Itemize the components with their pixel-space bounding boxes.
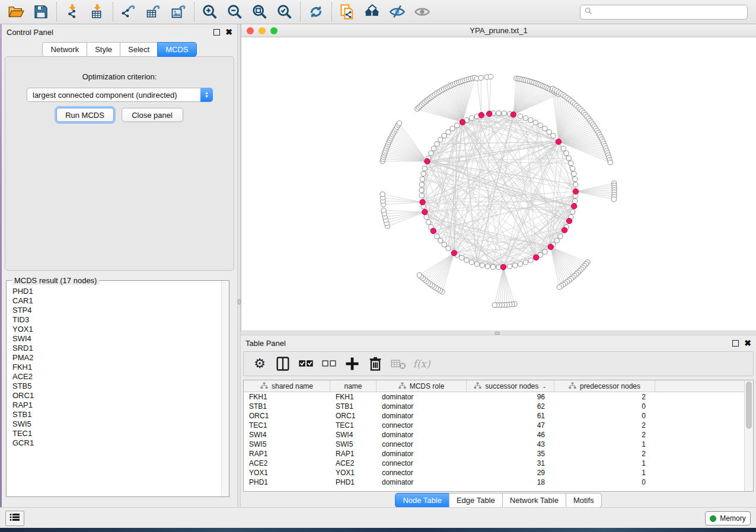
open-file-icon[interactable] — [4, 2, 28, 22]
mcds-hub-node[interactable] — [422, 209, 428, 214]
network-node[interactable] — [569, 161, 573, 166]
network-node[interactable] — [518, 262, 523, 267]
column-header-MCDS-role[interactable]: MCDS role — [377, 380, 467, 392]
mcds-hub-node[interactable] — [511, 112, 516, 117]
zoom-selected-icon[interactable] — [272, 2, 297, 22]
network-node[interactable] — [543, 126, 547, 131]
mcds-result-item[interactable]: TID3 — [12, 315, 219, 325]
mcds-result-item[interactable]: FKH1 — [12, 363, 219, 372]
result-scrollbar[interactable] — [221, 281, 229, 496]
run-mcds-button[interactable]: Run MCDS — [56, 108, 114, 122]
network-node[interactable] — [558, 234, 563, 239]
network-node[interactable] — [442, 242, 446, 247]
network-node[interactable] — [397, 121, 401, 126]
tab-select[interactable]: Select — [120, 42, 158, 57]
network-node[interactable] — [489, 74, 493, 79]
network-node[interactable] — [424, 214, 429, 219]
mcds-hub-node[interactable] — [556, 139, 561, 145]
mcds-hub-node[interactable] — [548, 244, 553, 249]
mcds-result-item[interactable]: PHD1 — [12, 287, 219, 296]
network-node[interactable] — [442, 133, 446, 138]
mcds-hub-node[interactable] — [572, 203, 577, 209]
zoom-fit-icon[interactable] — [247, 2, 272, 22]
network-node[interactable] — [554, 238, 559, 243]
table-row[interactable]: TEC1TEC1connector472 — [244, 421, 744, 430]
network-node[interactable] — [426, 220, 431, 225]
close-panel-button[interactable]: Close panel — [122, 108, 183, 122]
mcds-hub-node[interactable] — [487, 111, 492, 116]
network-node[interactable] — [464, 258, 469, 262]
mcds-result-item[interactable]: STP4 — [12, 306, 219, 315]
network-node[interactable] — [523, 260, 528, 265]
mcds-result-item[interactable]: STB5 — [12, 382, 219, 391]
mcds-result-item[interactable]: PMA2 — [12, 353, 219, 363]
network-node[interactable] — [446, 130, 451, 134]
mcds-hub-node[interactable] — [420, 200, 425, 205]
mcds-result-item[interactable]: ORC1 — [12, 391, 219, 400]
mcds-hub-node[interactable] — [534, 255, 539, 260]
network-node[interactable] — [543, 249, 547, 254]
network-node[interactable] — [438, 137, 443, 142]
show-columns-icon[interactable] — [274, 355, 292, 373]
delete-columns-icon[interactable] — [366, 355, 384, 373]
splitter-handle[interactable] — [495, 332, 500, 335]
optimization-criterion-select[interactable]: largest connected component (undirected)… — [27, 88, 213, 102]
mcds-hub-node[interactable] — [566, 218, 572, 223]
mcds-result-item[interactable]: YOX1 — [12, 325, 219, 334]
network-node[interactable] — [485, 264, 490, 269]
network-node[interactable] — [419, 188, 424, 193]
table-row[interactable]: SWI4SWI4dominator462 — [244, 430, 744, 440]
mcds-hub-node[interactable] — [573, 189, 578, 194]
network-node[interactable] — [523, 116, 528, 120]
export-image-icon[interactable] — [166, 2, 191, 22]
mcds-hub-node[interactable] — [425, 159, 430, 164]
close-panel-icon[interactable]: ✖ — [744, 340, 751, 347]
network-node[interactable] — [419, 182, 424, 187]
table-row[interactable]: ORC1ORC1dominator610 — [244, 411, 744, 421]
first-neighbors-icon[interactable] — [360, 2, 385, 22]
mcds-result-item[interactable]: STB1 — [12, 410, 219, 419]
new-column-icon[interactable] — [343, 355, 361, 373]
network-node[interactable] — [566, 156, 571, 161]
network-node[interactable] — [474, 262, 479, 267]
network-node[interactable] — [570, 210, 575, 214]
import-table-icon[interactable] — [85, 2, 110, 22]
mcds-result-item[interactable]: SWI4 — [12, 334, 219, 344]
network-node[interactable] — [421, 171, 426, 176]
mcds-result-item[interactable]: SRD1 — [12, 344, 219, 353]
float-panel-icon[interactable] — [732, 340, 739, 347]
tab-node-table[interactable]: Node Table — [395, 493, 449, 508]
network-node[interactable] — [573, 198, 578, 203]
mcds-hub-node[interactable] — [562, 227, 567, 233]
network-node[interactable] — [564, 151, 569, 156]
memory-button[interactable]: Memory — [705, 511, 751, 525]
tab-network-table[interactable]: Network Table — [502, 493, 566, 508]
scrollbar-thumb[interactable] — [746, 382, 752, 429]
column-header-predecessor-nodes[interactable]: predecessor nodes — [554, 380, 655, 392]
horizontal-splitter[interactable] — [241, 331, 756, 335]
hide-selected-icon[interactable] — [385, 2, 410, 22]
table-row[interactable]: PHD1PHD1dominator180 — [244, 477, 744, 487]
table-row[interactable]: FKH1FKH1dominator962 — [244, 392, 744, 402]
network-node[interactable] — [450, 126, 455, 131]
table-row[interactable]: RAP1RAP1dominator352 — [244, 449, 744, 459]
network-node[interactable] — [491, 265, 496, 270]
table-row[interactable]: SWI5SWI5connector431 — [244, 440, 744, 449]
export-table-icon[interactable] — [141, 2, 166, 22]
network-node[interactable] — [502, 111, 506, 116]
mcds-hub-node[interactable] — [479, 113, 484, 118]
select-all-icon[interactable] — [297, 355, 315, 373]
import-network-icon[interactable] — [60, 2, 85, 22]
network-node[interactable] — [479, 75, 483, 80]
network-node[interactable] — [611, 197, 616, 201]
network-node[interactable] — [496, 111, 501, 116]
tab-network[interactable]: Network — [42, 42, 87, 57]
deselect-all-icon[interactable] — [320, 355, 338, 373]
float-panel-icon[interactable] — [213, 29, 220, 36]
network-node[interactable] — [538, 123, 543, 128]
network-node[interactable] — [551, 133, 556, 138]
network-node[interactable] — [507, 264, 512, 269]
network-node[interactable] — [547, 130, 551, 134]
tab-mcds[interactable]: MCDS — [157, 42, 196, 57]
close-panel-icon[interactable]: ✖ — [225, 29, 232, 36]
